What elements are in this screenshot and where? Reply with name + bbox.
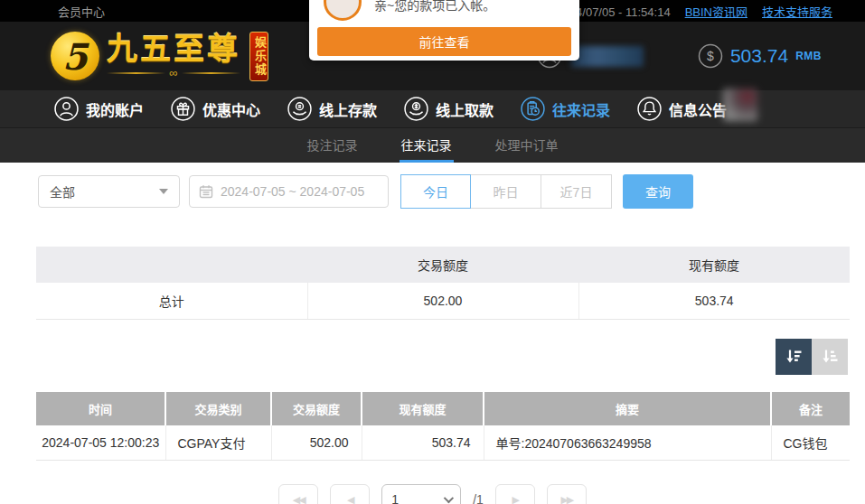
balance-block[interactable]: $ 503.74 RMB [698, 43, 822, 69]
sort-controls [0, 339, 848, 375]
dollar-icon: $ [698, 43, 723, 69]
toast-message-row: 亲~您的款项已入帐。 [309, 0, 579, 27]
gift-icon [171, 97, 195, 121]
user-icon [54, 97, 79, 121]
records-header-amount: 交易额度 [271, 392, 362, 425]
member-center-page: 会员中心 美东时间：2024/07/05 - 11:54:14 BBIN资讯网 … [0, 0, 865, 504]
support-link[interactable]: 技术支持服务 [762, 3, 832, 20]
prev-page-button[interactable]: ◀ [330, 484, 370, 504]
yesterday-button[interactable]: 昨日 [471, 174, 541, 209]
sort-descending-button[interactable] [776, 339, 812, 375]
record-type: CGPAY支付 [165, 425, 271, 461]
records-header-row: 时间 交易类别 交易额度 现有额度 摘要 备注 [36, 392, 850, 425]
record-summary: 单号:202407063663249958 [484, 425, 771, 461]
deposit-toast: 亲~您的款项已入帐。 前往查看 [309, 0, 579, 61]
nav-item-withdraw[interactable]: 线上取款 [404, 97, 494, 121]
site-logo[interactable]: 5 九五至尊 ∞ 娱乐城 [51, 32, 268, 81]
records-header-type: 交易类别 [165, 392, 271, 425]
username-blurred [571, 46, 644, 67]
nav-item-promotions[interactable]: 优惠中心 [171, 97, 260, 121]
chevron-down-icon [159, 189, 168, 194]
records-icon [521, 97, 545, 121]
records-header-note: 备注 [771, 392, 850, 425]
record-balance: 503.74 [362, 425, 484, 461]
first-page-button[interactable]: ◀◀ [278, 484, 318, 504]
calendar-icon [199, 184, 213, 199]
nav-item-announcements[interactable]: 信息公告 [637, 97, 727, 121]
chevron-down-icon [444, 493, 454, 503]
records-table: 时间 交易类别 交易额度 现有额度 摘要 备注 2024-07-05 12:00… [36, 392, 850, 462]
record-note: CG钱包 [771, 425, 850, 461]
type-select[interactable]: 全部 [38, 175, 180, 208]
summary-header-empty [36, 247, 307, 283]
summary-balance-total: 503.74 [578, 283, 850, 319]
date-range-input[interactable]: 2024-07-05 ~ 2024-07-05 [189, 175, 389, 208]
quick-date-group: 今日 昨日 近7日 [400, 174, 612, 209]
today-button[interactable]: 今日 [400, 174, 471, 209]
record-amount: 502.00 [271, 425, 362, 461]
balance-currency: RMB [795, 50, 822, 62]
pagination: ◀◀ ◀ 1 /1 ▶ ▶▶ [0, 484, 865, 504]
last-page-button[interactable]: ▶▶ [547, 484, 587, 504]
nav-item-my-account[interactable]: 我的账户 [54, 97, 144, 121]
logo-text-block: 九五至尊 ∞ [107, 33, 240, 79]
main-nav: 我的账户 优惠中心 线上存款 线上取款 [0, 90, 865, 127]
content-area: 全部 2024-07-05 ~ 2024-07-05 今日 昨日 近7日 查询 [0, 163, 865, 504]
tab-transaction-records[interactable]: 往来记录 [400, 128, 454, 163]
bell-icon [637, 97, 662, 121]
logo-main-text: 九五至尊 [107, 33, 240, 66]
records-header-summary: 摘要 [484, 392, 771, 425]
date-range-value: 2024-07-05 ~ 2024-07-05 [221, 184, 364, 199]
records-header-balance: 现有额度 [362, 392, 484, 425]
summary-header-trade: 交易额度 [307, 247, 578, 283]
summary-total-label: 总计 [36, 283, 307, 319]
record-time: 2024-07-05 12:00:23 [36, 425, 165, 461]
page-select-value: 1 [391, 492, 399, 504]
double-left-arrow-icon: ◀◀ [293, 494, 305, 504]
subnav-tabs: 投注记录 往来记录 处理中订单 [0, 127, 865, 163]
filter-row: 全部 2024-07-05 ~ 2024-07-05 今日 昨日 近7日 查询 [38, 174, 850, 209]
summary-table: 交易额度 现有额度 总计 502.00 503.74 [36, 247, 850, 320]
deposit-icon [287, 97, 312, 121]
type-select-value: 全部 [50, 182, 75, 201]
sort-descending-icon [784, 347, 804, 367]
bbin-news-link[interactable]: BBIN资讯网 [685, 3, 747, 20]
withdraw-icon [404, 97, 428, 121]
tab-pending-orders[interactable]: 处理中订单 [494, 128, 560, 163]
left-arrow-icon: ◀ [347, 494, 353, 504]
next-page-button[interactable]: ▶ [495, 484, 535, 504]
toast-status-icon [324, 0, 362, 21]
tab-betting-records[interactable]: 投注记录 [306, 128, 360, 163]
summary-header-balance: 现有额度 [578, 247, 850, 283]
announcement-badge-blurred [723, 89, 757, 121]
logo-95-emblem: 5 [51, 32, 99, 80]
page-total: /1 [473, 484, 484, 504]
search-button[interactable]: 查询 [623, 174, 693, 209]
toast-view-button[interactable]: 前往查看 [317, 27, 571, 56]
sort-ascending-button[interactable] [812, 339, 848, 375]
logo-sub-badge: 娱乐城 [249, 32, 268, 81]
double-right-arrow-icon: ▶▶ [560, 494, 572, 504]
header-account-area: $ 503.74 RMB [537, 43, 822, 69]
toast-message: 亲~您的款项已入帐。 [374, 0, 495, 14]
table-row: 2024-07-05 12:00:23 CGPAY支付 502.00 503.7… [36, 425, 850, 461]
page-select[interactable]: 1 [381, 484, 461, 504]
balance-amount: 503.74 [730, 45, 788, 67]
svg-text:$: $ [707, 49, 714, 63]
logo-flourish: ∞ [107, 67, 240, 79]
summary-trade-total: 502.00 [307, 283, 578, 319]
page-title: 会员中心 [58, 3, 105, 20]
right-arrow-icon: ▶ [512, 494, 518, 504]
nav-item-deposit[interactable]: 线上存款 [287, 97, 377, 121]
sort-ascending-icon [820, 347, 840, 367]
last7days-button[interactable]: 近7日 [541, 174, 612, 209]
summary-total-row: 总计 502.00 503.74 [36, 283, 850, 319]
flourish-glyph: ∞ [169, 67, 177, 79]
nav-item-transaction-records[interactable]: 往来记录 [521, 97, 610, 121]
records-header-time: 时间 [36, 392, 165, 425]
